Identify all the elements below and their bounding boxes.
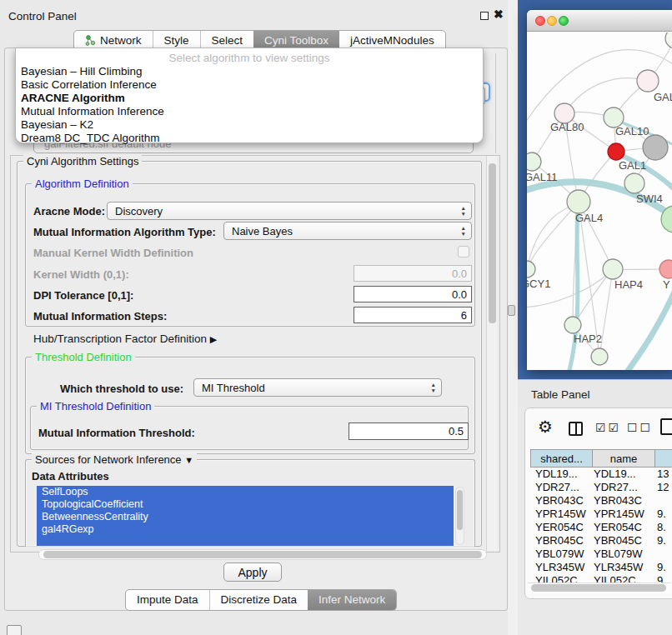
zoom-traffic-light-icon[interactable] <box>559 16 569 26</box>
label-gal4: GAL4 <box>575 212 603 224</box>
file-icon[interactable] <box>660 418 672 435</box>
node-labels: GAL GAL80 GAL10 GAL1 GAL11 GAL4 SWI4 GCY… <box>527 91 672 345</box>
node-partial-top[interactable] <box>665 32 672 48</box>
dropdown-item[interactable]: Dream8 DC_TDC Algorithm <box>19 132 479 145</box>
tab-infer-network[interactable]: Infer Network <box>308 590 396 610</box>
scrollbar-thumb[interactable] <box>489 163 496 323</box>
column-layout-icon[interactable] <box>569 422 583 436</box>
label-gal11: GAL11 <box>527 171 558 183</box>
table-row[interactable]: YLR345W YLR345W 9. <box>530 561 672 574</box>
node-gal1-selected[interactable] <box>608 143 624 160</box>
network-icon <box>85 35 96 46</box>
label-salmon-partial: Y <box>663 278 670 291</box>
tab-discretize-data[interactable]: Discretize Data <box>209 590 308 610</box>
node-gal4[interactable] <box>567 190 590 213</box>
screen: Control Panel ✖ Network Style Select Cyn… <box>0 0 672 635</box>
node-gcy1[interactable] <box>527 261 535 278</box>
mi-type-combo[interactable]: Naive Bayes ▲▼ <box>223 222 472 240</box>
node-hap2[interactable] <box>564 317 581 333</box>
node-bottom[interactable] <box>591 348 608 365</box>
table-row[interactable]: YPR145W YPR145W 9. <box>530 508 672 521</box>
table-row[interactable]: YBR045C YBR045C 9. <box>530 534 672 548</box>
label-gal80: GAL80 <box>550 121 584 133</box>
table-row[interactable]: YER054C YER054C 8. <box>530 521 672 534</box>
expander-expanded-icon: ▼ <box>184 455 193 465</box>
attribute-item-selected[interactable]: BetweennessCentrality <box>37 511 454 523</box>
table-row[interactable]: YIL052C YIL052C 9. <box>530 574 672 582</box>
hub-definition-expander[interactable]: Hub/Transcription Factor Definition ▶ <box>33 332 217 345</box>
combo-stepper-icon: ▲▼ <box>431 382 436 393</box>
node-salmon[interactable] <box>659 260 672 278</box>
which-threshold-label: Which threshold to use: <box>60 382 183 395</box>
column-header-name[interactable]: name <box>592 449 655 468</box>
divider-handle[interactable] <box>508 305 515 316</box>
close-traffic-light-icon[interactable] <box>535 16 545 26</box>
kernel-width-label: Kernel Width (0,1): <box>33 268 129 281</box>
network-window-titlebar[interactable] <box>527 10 672 32</box>
dropdown-item[interactable]: Bayesian – K2 <box>19 118 479 132</box>
attribute-item-selected[interactable]: SelfLoops <box>37 486 454 498</box>
sources-title[interactable]: Sources for Network Inference ▼ <box>32 453 197 466</box>
label-hap2: HAP2 <box>574 332 602 345</box>
settings-horizontal-scrollbar[interactable] <box>38 549 487 560</box>
mi-threshold-label: Mutual Information Threshold: <box>38 427 195 439</box>
node-swi4[interactable] <box>624 173 644 193</box>
aracne-mode-combo[interactable]: Discovery ▲▼ <box>107 202 472 220</box>
minimize-traffic-light-icon[interactable] <box>547 16 557 26</box>
which-threshold-combo[interactable]: MI Threshold ▲▼ <box>193 378 442 397</box>
unchecked-columns-icon[interactable]: ☐☐ <box>627 421 653 434</box>
manual-kernel-checkbox[interactable] <box>458 246 469 258</box>
node-gal11[interactable] <box>527 152 541 171</box>
attribute-item-selected[interactable]: TopologicalCoefficient <box>37 498 454 511</box>
label-gal1: GAL1 <box>619 159 646 172</box>
table-horizontal-scrollbar[interactable] <box>528 582 671 593</box>
node-gal-top[interactable] <box>637 70 659 92</box>
collapsed-panel-icon[interactable] <box>7 625 22 635</box>
mi-type-label: Mutual Information Algorithm Type: <box>33 226 216 238</box>
scrollbar-thumb[interactable] <box>43 551 482 558</box>
kernel-width-field[interactable]: 0.0 <box>354 265 472 282</box>
attribute-list-scrollbar[interactable] <box>455 487 464 545</box>
mi-threshold-field[interactable]: 0.5 <box>349 422 469 440</box>
node-hap4[interactable] <box>603 259 623 279</box>
table-row[interactable]: YDR27... YDR27... 12 <box>530 481 672 494</box>
label-gal-partial: GAL <box>654 91 672 103</box>
close-window-icon[interactable]: ✖ <box>494 8 504 21</box>
attribute-item-selected[interactable]: gal4RGexp <box>37 523 454 536</box>
cyni-bottom-tabbar: Impute Data Discretize Data Infer Networ… <box>125 589 397 611</box>
dropdown-item[interactable]: Mutual Information Inference <box>19 105 479 118</box>
column-header-partial[interactable] <box>654 449 672 468</box>
combo-stepper-icon: ▲▼ <box>461 205 466 217</box>
dropdown-item[interactable]: Basic Correlation Inference <box>19 78 479 92</box>
tab-impute-data[interactable]: Impute Data <box>126 590 209 610</box>
scrollbar-thumb[interactable] <box>531 584 666 592</box>
column-header-shared[interactable]: shared... <box>530 449 593 468</box>
table-row[interactable]: YBR043C YBR043C <box>530 494 672 508</box>
dpi-tolerance-field[interactable]: 0.0 <box>354 286 472 302</box>
network-canvas[interactable]: GAL GAL80 GAL10 GAL1 GAL11 GAL4 SWI4 GCY… <box>527 32 672 370</box>
apply-button[interactable]: Apply <box>223 562 282 582</box>
data-attributes-list: SelfLoops TopologicalCoefficient Between… <box>37 486 454 546</box>
dropdown-item-aracne[interactable]: ARACNE Algorithm <box>19 92 479 105</box>
hidden-group-border <box>495 53 496 153</box>
table-row[interactable]: YDL19... YDL19... 13 <box>530 468 672 481</box>
gear-icon[interactable]: ⚙ <box>538 418 553 436</box>
checked-columns-icon[interactable]: ☑☑ <box>595 421 621 434</box>
algorithm-dropdown-popup: Select algorithm to view settings Bayesi… <box>15 48 484 143</box>
label-gal10: GAL10 <box>615 125 649 138</box>
mi-threshold-group-title: MI Threshold Definition <box>37 400 154 412</box>
node-gray[interactable] <box>643 135 668 160</box>
settings-vertical-scrollbar[interactable] <box>486 156 497 551</box>
mi-steps-field[interactable]: 6 <box>354 307 472 323</box>
attribute-item-partial[interactable] <box>37 536 454 546</box>
label-hap4: HAP4 <box>614 278 643 291</box>
algorithm-combo-placeholder: Select algorithm to view settings <box>16 52 483 64</box>
table-panel-header: Table Panel <box>518 379 672 408</box>
manual-kernel-label: Manual Kernel Width Definition <box>33 247 193 259</box>
scrollbar-thumb[interactable] <box>457 490 463 530</box>
float-window-icon[interactable] <box>480 12 489 20</box>
node-table[interactable]: YDL19... YDL19... 13 YDR27... YDR27... 1… <box>530 468 672 582</box>
threshold-definition-title: Threshold Definition <box>32 351 135 363</box>
dropdown-item[interactable]: Bayesian – Hill Climbing <box>19 65 479 78</box>
table-row[interactable]: YBL079W YBL079W <box>530 548 672 561</box>
